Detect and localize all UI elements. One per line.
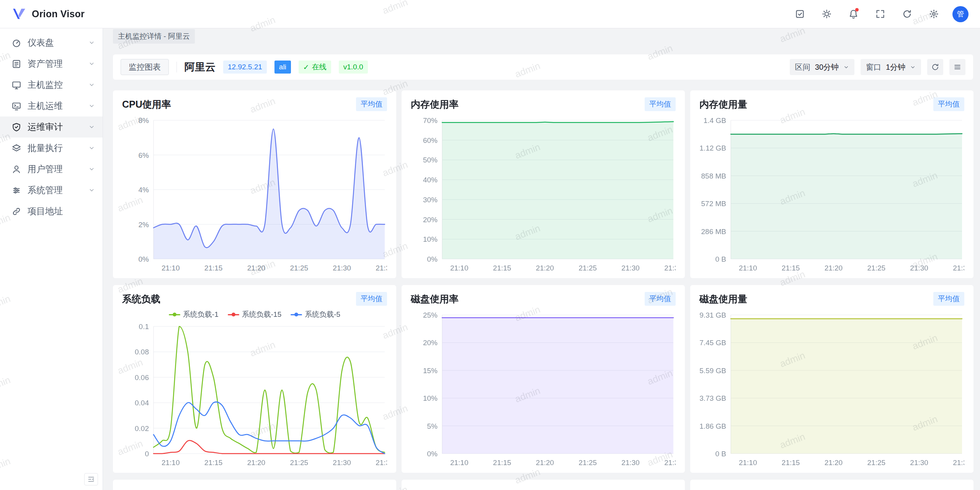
- system-sliders-icon: [11, 185, 21, 195]
- svg-text:21:25: 21:25: [290, 459, 309, 467]
- audit-shield-icon: [11, 122, 21, 132]
- svg-text:20%: 20%: [423, 216, 438, 224]
- chart-canvas: 0%2%4%6%8%21:1021:1521:2021:2521:3021:35: [122, 113, 387, 274]
- legend-item[interactable]: 系统负载-15: [228, 310, 281, 320]
- svg-text:21:15: 21:15: [782, 264, 800, 272]
- host-ip-tag: 12.92.5.21: [223, 61, 267, 74]
- sidebar-item-label: 用户管理: [28, 163, 88, 175]
- svg-text:0%: 0%: [427, 255, 438, 263]
- app-logo: Orion Visor: [11, 7, 85, 22]
- main-content: 监控图表 阿里云 12.92.5.21 ali ✓在线 v1.0.0 区间 30…: [103, 44, 980, 490]
- divider: [176, 62, 177, 72]
- svg-text:21:20: 21:20: [825, 459, 843, 467]
- sidebar-item-host-monitor[interactable]: 主机监控: [0, 74, 103, 95]
- svg-text:0.1: 0.1: [139, 323, 149, 331]
- sidebar-item-ops-audit[interactable]: 运维审计: [0, 116, 103, 138]
- svg-text:21:25: 21:25: [867, 264, 886, 272]
- svg-text:21:15: 21:15: [204, 459, 223, 467]
- svg-text:2%: 2%: [139, 221, 149, 229]
- svg-text:21:10: 21:10: [450, 459, 469, 467]
- assets-icon: [11, 59, 21, 69]
- sidebar-item-batch-exec[interactable]: 批量执行: [0, 138, 103, 159]
- breadcrumb: 主机监控详情 - 阿里云: [103, 28, 980, 44]
- svg-text:25%: 25%: [423, 311, 438, 319]
- chart-title: CPU使用率: [122, 98, 171, 111]
- settings-gear-icon[interactable]: [926, 6, 942, 22]
- check-square-icon[interactable]: [792, 6, 808, 22]
- sidebar-item-assets[interactable]: 资产管理: [0, 53, 103, 74]
- sidebar-item-label: 系统管理: [28, 184, 88, 196]
- charts-refresh-button[interactable]: [927, 59, 943, 75]
- svg-text:21:10: 21:10: [450, 264, 469, 272]
- host-version-tag: v1.0.0: [339, 61, 368, 74]
- monitor-chart-button[interactable]: 监控图表: [121, 59, 169, 75]
- chevron-down-icon: [88, 124, 95, 130]
- fullscreen-icon[interactable]: [872, 6, 888, 22]
- svg-text:21:20: 21:20: [247, 459, 266, 467]
- svg-text:21:35: 21:35: [376, 459, 387, 467]
- svg-text:286 MB: 286 MB: [701, 228, 726, 236]
- svg-text:9.31 GB: 9.31 GB: [699, 311, 726, 319]
- svg-text:0: 0: [145, 450, 149, 458]
- svg-text:21:25: 21:25: [579, 264, 597, 272]
- theme-sun-icon[interactable]: [818, 6, 835, 22]
- svg-text:30%: 30%: [423, 196, 438, 204]
- header-actions: 管: [792, 6, 969, 22]
- interval-select[interactable]: 区间 30分钟: [790, 59, 854, 75]
- svg-text:8%: 8%: [139, 116, 149, 125]
- svg-text:21:20: 21:20: [536, 264, 554, 272]
- sidebar-item-project-link[interactable]: 项目地址: [0, 201, 103, 222]
- sidebar-item-label: 主机监控: [28, 79, 88, 91]
- chevron-down-icon: [88, 145, 95, 151]
- chart-canvas: 0%5%10%15%20%25%21:1021:1521:2021:2521:3…: [411, 308, 676, 469]
- svg-text:21:35: 21:35: [376, 264, 387, 272]
- logo-icon: [11, 7, 27, 22]
- charts-grid: CPU使用率平均值0%2%4%6%8%21:1021:1521:2021:252…: [113, 90, 973, 490]
- legend-label: 系统负载-5: [305, 310, 340, 320]
- sidebar-item-label: 资产管理: [28, 58, 88, 70]
- sidebar-item-dashboard[interactable]: 仪表盘: [0, 32, 103, 53]
- svg-text:0.08: 0.08: [135, 348, 149, 356]
- chart-badge-average: 平均值: [645, 97, 676, 111]
- chart-list-button[interactable]: [949, 59, 965, 75]
- svg-text:21:10: 21:10: [739, 264, 757, 272]
- user-avatar[interactable]: 管: [952, 6, 969, 22]
- sidebar-item-host-ops[interactable]: 主机运维: [0, 95, 103, 116]
- svg-text:21:35: 21:35: [664, 459, 676, 467]
- chart-legend: 系统负载-1系统负载-15系统负载-5: [113, 310, 396, 320]
- svg-text:21:25: 21:25: [290, 264, 309, 272]
- chart-title: 内存使用量: [699, 98, 747, 111]
- svg-text:21:35: 21:35: [664, 264, 676, 272]
- svg-text:60%: 60%: [423, 136, 438, 144]
- sidebar-item-user-mgmt[interactable]: 用户管理: [0, 159, 103, 180]
- breadcrumb-item[interactable]: 主机监控详情 - 阿里云: [113, 29, 195, 44]
- svg-text:21:10: 21:10: [162, 459, 180, 467]
- chevron-down-icon: [88, 39, 95, 46]
- legend-item[interactable]: 系统负载-5: [291, 310, 340, 320]
- chart-title: 磁盘使用量: [699, 293, 747, 305]
- svg-text:1.4 GB: 1.4 GB: [704, 116, 726, 125]
- chart-header: 磁盘使用量平均值: [699, 292, 964, 306]
- chart-title: 磁盘使用率: [411, 293, 459, 305]
- svg-text:21:15: 21:15: [493, 459, 511, 467]
- chart-card-partial: [113, 480, 396, 490]
- sidebar-collapse-button[interactable]: [84, 473, 98, 485]
- svg-text:4%: 4%: [139, 186, 149, 194]
- sidebar: 仪表盘 资产管理 主机监控 主机运维 运维审计 批量执行 用户管理 系统管理 项: [0, 28, 103, 490]
- svg-text:3.73 GB: 3.73 GB: [699, 394, 726, 402]
- check-icon: ✓: [303, 63, 309, 72]
- chart-badge-average: 平均值: [356, 97, 387, 111]
- window-select[interactable]: 窗口 1分钟: [861, 59, 921, 75]
- legend-item[interactable]: 系统负载-1: [169, 310, 219, 320]
- window-label: 窗口: [866, 62, 881, 72]
- batch-layers-icon: [11, 143, 21, 153]
- sidebar-item-system-mgmt[interactable]: 系统管理: [0, 180, 103, 201]
- svg-text:858 MB: 858 MB: [701, 172, 726, 180]
- svg-text:5.59 GB: 5.59 GB: [699, 367, 726, 375]
- svg-text:0 B: 0 B: [715, 255, 726, 263]
- notification-dot: [855, 8, 859, 11]
- refresh-icon[interactable]: [899, 6, 915, 22]
- notifications-bell-icon[interactable]: [845, 6, 861, 22]
- svg-text:50%: 50%: [423, 156, 438, 164]
- legend-marker-icon: [291, 313, 302, 316]
